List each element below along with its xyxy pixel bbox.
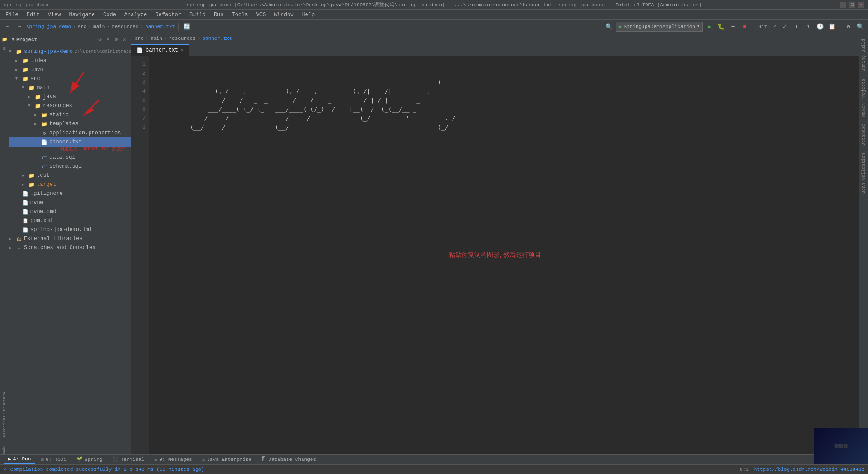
main-label: main bbox=[37, 85, 50, 91]
menu-window[interactable]: Window bbox=[270, 11, 297, 19]
tree-external-libraries[interactable]: ▶ 🗂 External Libraries bbox=[9, 234, 131, 243]
messages-tab[interactable]: ✉ 0: Messages bbox=[150, 455, 197, 463]
db-changes-label: Database Changes bbox=[268, 457, 316, 462]
tree-gitignore[interactable]: 📄 .gitignore bbox=[9, 189, 131, 198]
git-history-btn[interactable]: 🕐 bbox=[815, 22, 825, 32]
project-expand-all-btn[interactable]: ⊞ bbox=[104, 36, 112, 43]
database-tab[interactable]: Database bbox=[860, 120, 867, 149]
tree-main[interactable]: ▼ 📁 main bbox=[9, 83, 131, 92]
toolbar-separator-1 bbox=[178, 23, 179, 31]
breadcrumb-bannertxt[interactable]: banner.txt bbox=[202, 36, 232, 41]
window-controls: ─ □ ✕ bbox=[840, 2, 864, 8]
tree-static[interactable]: ▶ 📁 static bbox=[9, 110, 131, 119]
tree-iml[interactable]: 📄 spring-jpa-demo.iml bbox=[9, 225, 131, 234]
tree-target[interactable]: ▶ 📁 target bbox=[9, 180, 131, 189]
git-status[interactable]: Git: ✓ bbox=[756, 24, 778, 29]
tree-application-props[interactable]: ⚙ application.properties bbox=[9, 128, 131, 137]
push-btn[interactable]: ⬆ bbox=[803, 22, 813, 32]
structure-tab[interactable]: Structure bbox=[0, 399, 9, 407]
project-dropdown-icon[interactable]: ▼ bbox=[12, 37, 14, 42]
main-folder-icon: 📁 bbox=[28, 84, 35, 91]
toolbar-forward-btn[interactable]: → bbox=[14, 22, 24, 32]
tree-mvn[interactable]: ▶ 📁 .mvn bbox=[9, 65, 131, 74]
commit-btn[interactable]: ✓ bbox=[780, 22, 790, 32]
project-panel-toggle[interactable]: 📁 bbox=[0, 35, 9, 43]
tree-src[interactable]: ▼ 📁 src bbox=[9, 74, 131, 83]
main-link[interactable]: main bbox=[93, 24, 105, 29]
tree-root[interactable]: ▼ 📁 spring-jpa-demo C:\Users\Administrat… bbox=[9, 47, 131, 56]
menu-vcs[interactable]: VCS bbox=[253, 11, 270, 19]
update-btn[interactable]: ⬇ bbox=[792, 22, 802, 32]
project-name-link[interactable]: spring-jpa-demo bbox=[26, 24, 71, 29]
menu-analyze[interactable]: Analyze bbox=[121, 11, 151, 19]
mvnw-cmd-label: mvnw.cmd bbox=[30, 209, 57, 215]
menu-view[interactable]: View bbox=[44, 11, 65, 19]
tree-resources[interactable]: ▼ 📁 resources bbox=[9, 101, 131, 110]
db-changes-tab[interactable]: 🗄 Database Changes bbox=[257, 455, 321, 463]
tree-mvnw[interactable]: 📄 mvnw bbox=[9, 198, 131, 207]
run-configuration[interactable]: ▶ SpringJpaDemoApplication ▼ bbox=[616, 22, 703, 32]
toolbar-back-btn[interactable]: ← bbox=[3, 22, 13, 32]
tree-idea[interactable]: ▶ 📁 .idea bbox=[9, 56, 131, 65]
menu-edit[interactable]: Edit bbox=[23, 11, 43, 19]
spring-build-tab[interactable]: Spring Build bbox=[860, 35, 867, 75]
txt-file-icon: 📄 bbox=[41, 138, 48, 146]
settings-btn[interactable]: ⚙ bbox=[844, 22, 854, 32]
todo-tab[interactable]: ☑ 6: TODO bbox=[36, 455, 71, 463]
debug-btn[interactable]: 🐛 bbox=[716, 22, 726, 32]
java-enterprise-tab[interactable]: ☕ Java Enterprise bbox=[198, 455, 256, 463]
tree-mvnw-cmd[interactable]: 📄 mvnw.cmd bbox=[9, 207, 131, 216]
search-everywhere-btn[interactable]: 🔍 bbox=[604, 22, 614, 32]
project-close-btn[interactable]: ✕ bbox=[121, 36, 128, 43]
project-settings-btn[interactable]: ⚙ bbox=[113, 36, 120, 43]
menu-refactor[interactable]: Refactor bbox=[151, 11, 185, 19]
root-path: C:\Users\Administrator\Deskt... bbox=[75, 49, 131, 54]
breadcrumb-src[interactable]: src bbox=[135, 36, 144, 41]
search-btn[interactable]: 🔍 bbox=[855, 22, 865, 32]
mvnw-icon: 📄 bbox=[22, 199, 29, 206]
spring-tab[interactable]: 🌱 Spring bbox=[72, 455, 107, 463]
menu-run[interactable]: Run bbox=[210, 11, 227, 19]
maximize-button[interactable]: □ bbox=[849, 2, 855, 8]
run-tab[interactable]: ▶ 4: Run bbox=[4, 455, 35, 464]
menu-navigate[interactable]: Navigate bbox=[65, 11, 99, 19]
refresh-btn[interactable]: 🔄 bbox=[182, 22, 192, 32]
menu-help[interactable]: Help bbox=[298, 11, 318, 19]
maven-projects-tab[interactable]: Maven Projects bbox=[860, 75, 867, 120]
file-link[interactable]: banner.txt bbox=[145, 24, 175, 29]
menu-build[interactable]: Build bbox=[186, 11, 209, 19]
tree-test[interactable]: ▶ 📁 test bbox=[9, 171, 131, 180]
tab-close-banner[interactable]: ✕ bbox=[181, 47, 184, 53]
test-label: test bbox=[37, 172, 50, 179]
close-button[interactable]: ✕ bbox=[858, 2, 864, 8]
menu-code[interactable]: Code bbox=[99, 11, 120, 19]
diff-btn[interactable]: 📋 bbox=[827, 22, 837, 32]
run-btn[interactable]: ▶ bbox=[704, 22, 714, 32]
tree-scratches[interactable]: ▶ ✏ Scratches and Consoles bbox=[9, 243, 131, 252]
editor-tab-banner[interactable]: 📄 banner.txt ✕ bbox=[131, 44, 189, 56]
mvn-label: .mvn bbox=[30, 66, 43, 73]
project-sync-btn[interactable]: ⟳ bbox=[96, 36, 104, 43]
tree-banner-txt[interactable]: 📄 banner.txt bbox=[9, 137, 131, 147]
status-url[interactable]: https://blog.csdn.net/weixin_44638482 bbox=[754, 467, 864, 472]
tree-java[interactable]: ▶ 📁 java bbox=[9, 92, 131, 101]
menu-file[interactable]: File bbox=[2, 11, 22, 19]
resources-link[interactable]: resources bbox=[112, 24, 138, 29]
menu-tools[interactable]: Tools bbox=[228, 11, 252, 19]
src-link[interactable]: src bbox=[78, 24, 87, 29]
breadcrumb-resources[interactable]: resources bbox=[169, 36, 195, 41]
structure-panel-toggle[interactable]: ⊞ bbox=[0, 44, 9, 52]
coverage-btn[interactable]: ☂ bbox=[728, 22, 738, 32]
minimize-button[interactable]: ─ bbox=[840, 2, 846, 8]
breadcrumb-main[interactable]: main bbox=[150, 36, 162, 41]
tree-schema-sql[interactable]: 🗃 schema.sql bbox=[9, 162, 131, 171]
web-tab[interactable]: Web bbox=[0, 446, 9, 454]
tree-pom-xml[interactable]: 📋 pom.xml bbox=[9, 216, 131, 225]
bean-validation-tab[interactable]: Bean Validation bbox=[860, 149, 867, 197]
stop-btn[interactable]: ■ bbox=[740, 22, 750, 32]
terminal-tab[interactable]: ⬛ Terminal bbox=[108, 455, 149, 463]
sql-file-icon-schema: 🗃 bbox=[41, 163, 48, 170]
favorites-tab[interactable]: Favorites bbox=[0, 422, 9, 431]
tree-templates[interactable]: ▶ 📁 templates bbox=[9, 119, 131, 128]
tree-data-sql[interactable]: 🗃 data.sql bbox=[9, 153, 131, 162]
